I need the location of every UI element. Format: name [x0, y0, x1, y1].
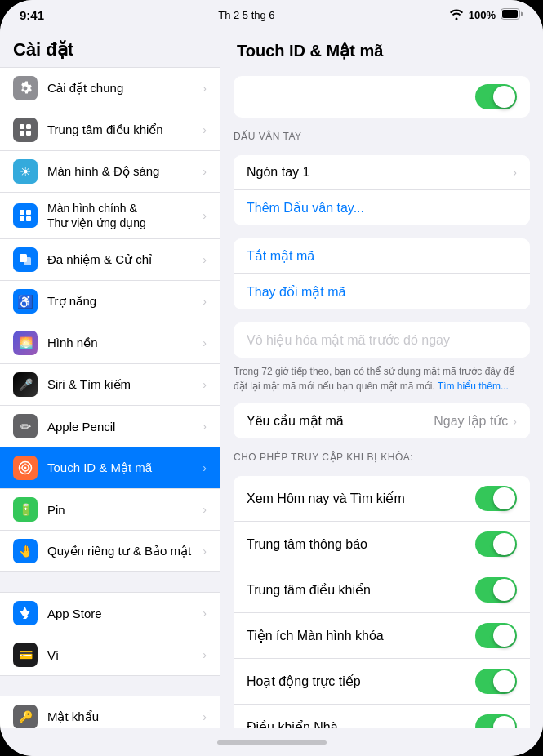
them-dau-row[interactable]: Thêm Dấu vân tay... [234, 190, 530, 225]
sidebar-item-quyen-rieng-tu[interactable]: 🤚 Quyền riêng tư & Bảo mật › [0, 531, 220, 572]
sidebar-item-touch-id[interactable]: Touch ID & Mật mã › [0, 447, 220, 489]
sidebar-item-cai-dat-chung[interactable]: Cài đặt chung › [0, 67, 220, 109]
sidebar-item-mat-khau[interactable]: 🔑 Mật khẩu › [0, 696, 220, 728]
yeu-cau-row[interactable]: Yêu cầu mật mã Ngay lập tức › [234, 403, 530, 438]
chevron-icon: › [203, 503, 207, 516]
sidebar-item-label: Siri & Tìm kiếm [47, 377, 199, 392]
sidebar-item-trung-tam[interactable]: Trung tâm điều khiển › [0, 109, 220, 151]
svg-rect-5 [26, 131, 31, 136]
access-row-4[interactable]: Hoạt động trực tiếp [234, 659, 530, 705]
chevron-icon: › [203, 123, 207, 136]
thay-doi-mat-ma-row[interactable]: Thay đổi mật mã [234, 274, 530, 309]
battery-percent: 100% [469, 9, 496, 21]
sidebar-item-tro-nang[interactable]: ♿ Trợ năng › [0, 281, 220, 322]
access-row-5[interactable]: Điều khiển Nhà [234, 705, 530, 728]
password-icon: 🔑 [13, 705, 38, 728]
status-day: Th 2 5 thg 6 [218, 9, 274, 21]
disable-section: Vô hiệu hóa mật mã trước đó ngay [234, 322, 530, 358]
sidebar-item-man-hinh[interactable]: ☀ Màn hình & Độ sáng › [0, 151, 220, 193]
sidebar: Cài đặt Cài đặt chung › [0, 29, 220, 728]
wallpaper-icon: 🌅 [13, 331, 38, 355]
sidebar-item-vi[interactable]: 💳 Ví › [0, 634, 220, 676]
sidebar-item-label: Cài đặt chung [47, 81, 199, 96]
chevron-icon: › [513, 415, 517, 428]
sidebar-item-label: Màn hình chính &Thư viện ứng dụng [47, 201, 199, 230]
sidebar-item-hinh-nen[interactable]: 🌅 Hình nền › [0, 322, 220, 364]
sidebar-item-label: Mật khẩu [47, 709, 199, 724]
settings-icon [13, 76, 38, 100]
wallet-icon: 💳 [13, 643, 38, 667]
toggle-partial[interactable] [475, 84, 517, 109]
sidebar-item-label: Đa nhiệm & Cử chỉ [47, 252, 199, 267]
sidebar-item-label: App Store [47, 607, 199, 620]
row-label-1: Trung tâm thông báo [247, 537, 475, 552]
sidebar-item-app-store[interactable]: App Store › [0, 592, 220, 634]
svg-point-14 [24, 467, 27, 469]
sidebar-item-apple-pencil[interactable]: ✏ Apple Pencil › [0, 406, 220, 447]
wifi-icon [449, 8, 464, 22]
access-row-2[interactable]: Trung tâm điều khiển [234, 567, 530, 613]
tat-mat-ma-row[interactable]: Tắt mật mã [234, 238, 530, 274]
toggle-1[interactable] [475, 531, 517, 557]
ngon-tay-row[interactable]: Ngón tay 1 › [234, 155, 530, 190]
require-section: Yêu cầu mật mã Ngay lập tức › [234, 403, 530, 438]
chevron-icon: › [203, 253, 207, 266]
access-row-1[interactable]: Trung tâm thông báo [234, 522, 530, 567]
svg-rect-9 [26, 216, 31, 221]
toggle-2[interactable] [475, 577, 517, 603]
chevron-icon: › [203, 209, 207, 222]
access-row-3[interactable]: Tiện ích Màn hình khóa [234, 613, 530, 659]
chevron-icon: › [203, 82, 207, 95]
sidebar-item-label: Touch ID & Mật mã [47, 460, 199, 475]
touch-id-icon [13, 456, 38, 480]
toggle-3[interactable] [475, 623, 517, 648]
toggle-knob-3 [493, 625, 515, 647]
battery-icon [501, 8, 523, 22]
privacy-icon: 🤚 [13, 539, 38, 563]
tat-mat-ma-link: Tắt mật mã [247, 248, 517, 264]
group-separator-2 [0, 676, 220, 696]
toggle-knob-4 [493, 670, 515, 692]
sidebar-item-label: Hình nền [47, 336, 199, 350]
chevron-icon: › [203, 607, 207, 620]
app-store-icon [13, 601, 38, 625]
status-time: 9:41 [20, 8, 44, 22]
them-dau-link: Thêm Dấu vân tay... [247, 200, 517, 216]
toggle-knob-5 [493, 716, 515, 728]
home-screen-icon [13, 203, 38, 228]
sidebar-item-siri[interactable]: 🎤 Siri & Tìm kiếm › [0, 364, 220, 406]
group-separator-1 [0, 572, 220, 592]
toggle-knob-0 [493, 487, 515, 509]
chevron-icon: › [203, 165, 207, 178]
toggle-4[interactable] [475, 669, 517, 694]
multitask-icon [13, 247, 38, 272]
toggle-5[interactable] [475, 714, 517, 728]
chevron-icon: › [203, 648, 207, 661]
passcode-section: Tắt mật mã Thay đổi mật mã [234, 238, 530, 309]
home-bar [0, 728, 543, 756]
partial-row [234, 76, 530, 118]
sidebar-list-group1: Cài đặt chung › Trung tâm điều khiển › [0, 67, 220, 572]
svg-rect-7 [26, 210, 31, 215]
vo-hieu-description: Trong 72 giờ tiếp theo, bạn có thể sử dụ… [220, 358, 543, 403]
svg-rect-2 [20, 124, 24, 129]
toggle-knob-2 [493, 579, 515, 601]
yeu-cau-label: Yêu cầu mật mã [247, 413, 434, 429]
toggle-knob-1 [493, 533, 515, 555]
sidebar-item-label: Trợ năng [47, 294, 199, 309]
sidebar-item-pin[interactable]: 🔋 Pin › [0, 489, 220, 531]
sidebar-list-group3: 🔑 Mật khẩu › ✉ Mail › 👤 Danh bạ [0, 696, 220, 728]
access-row-0[interactable]: Xem Hôm nay và Tìm kiếm [234, 476, 530, 522]
sidebar-item-man-hinh-chinh[interactable]: Màn hình chính &Thư viện ứng dụng › [0, 193, 220, 239]
display-icon: ☀ [13, 159, 38, 184]
chevron-icon: › [203, 545, 207, 558]
svg-rect-3 [26, 124, 31, 129]
siri-icon: 🎤 [13, 372, 38, 397]
toggle-0[interactable] [475, 486, 517, 511]
status-right: 100% [449, 8, 523, 22]
row-label-3: Tiện ích Màn hình khóa [247, 628, 475, 643]
sidebar-item-da-nhiem[interactable]: Đa nhiệm & Cử chỉ › [0, 239, 220, 281]
svg-rect-6 [20, 210, 24, 215]
thay-doi-mat-ma-link: Thay đổi mật mã [247, 284, 517, 300]
tim-hieu-link[interactable]: Tìm hiểu thêm... [438, 380, 509, 392]
